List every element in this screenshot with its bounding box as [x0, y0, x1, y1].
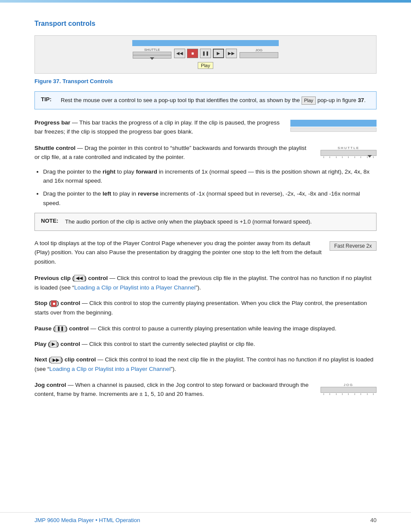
tick-5 — [348, 156, 349, 158]
next-clip-btn-fig[interactable]: ▶▶ — [226, 49, 237, 58]
progress-dash: — — [70, 119, 79, 126]
tick-3 — [336, 156, 336, 158]
jog-tick-1 — [324, 393, 324, 395]
shuttle-section: Shuttle control — Drag the pointer in th… — [34, 143, 377, 162]
tip-text2: pop-up in figure — [318, 97, 356, 103]
footer-title: JMP 9600 Media Player • HTML Operation — [34, 517, 140, 523]
next-heading: Next (▶▶) clip control — [34, 356, 96, 363]
shuttle-text: Shuttle control — Drag the pointer in th… — [34, 143, 312, 162]
jog-section: Jog control — When a channel is paused, … — [34, 380, 377, 399]
transport-figure: SHUTTLE ◀◀ ■ ❚❚ ▶ ▶▶ JOG — [34, 35, 377, 74]
transport-controls-row: SHUTTLE ◀◀ ■ ❚❚ ▶ ▶▶ JOG — [133, 48, 278, 59]
shuttle-label-fig: SHUTTLE — [144, 48, 160, 52]
shuttle-track-fig — [133, 52, 171, 59]
tip-content: Rest the mouse over a control to see a p… — [61, 96, 366, 105]
bullet1-direction: right — [103, 168, 115, 175]
play-para: Play (▶) control — Click this control to… — [34, 339, 377, 349]
tip-text1: Rest the mouse over a control to see a p… — [61, 97, 300, 103]
figure-caption-strong: Figure 37. Transport Controls — [34, 78, 113, 84]
bullet2-direction: left — [103, 190, 111, 197]
transport-buttons: ◀◀ ■ ❚❚ ▶ ▶▶ — [174, 49, 237, 58]
prev-clip-btn-fig[interactable]: ◀◀ — [174, 49, 185, 58]
next-clip-icon: ▶▶ — [51, 357, 61, 364]
shuttle-vis-pointer — [367, 155, 372, 158]
previous-heading: Previous clip (◀◀) control — [34, 275, 108, 281]
tick-2 — [330, 156, 330, 158]
tooltip-text: A tool tip displays at the top of the Pl… — [34, 239, 323, 267]
progress-bar-bg — [290, 120, 377, 127]
tick-4 — [342, 156, 342, 158]
jog-vis-ticks — [321, 393, 377, 395]
tooltip-section: A tool tip displays at the top of the Pl… — [34, 239, 377, 267]
progress-bar-empty — [290, 128, 377, 132]
page-content: Transport controls SHUTTLE ◀◀ ■ ❚❚ ▶ — [0, 3, 411, 432]
jog-heading: Jog control — [34, 382, 66, 388]
progress-heading: Progress bar — [34, 119, 70, 126]
jog-tick-7 — [361, 393, 361, 395]
previous-body2: ”). — [196, 284, 201, 291]
bullet2-action: reverse — [138, 190, 159, 197]
jog-visual: JOG — [321, 383, 377, 395]
jog-dash: — — [66, 382, 75, 388]
jog-vis-track — [321, 387, 377, 393]
tip-text3: . — [364, 97, 366, 103]
shuttle-vis-label: SHUTTLE — [321, 146, 377, 150]
play-btn-fig[interactable]: ▶ — [213, 49, 224, 58]
page-footer: JMP 9600 Media Player • HTML Operation 4… — [0, 512, 411, 528]
play-tooltip-fig: Play — [198, 62, 213, 69]
bullet1-action: forward — [136, 168, 157, 175]
tip-box: TIP: Rest the mouse over a control to se… — [34, 91, 377, 109]
jog-tick-2 — [330, 393, 330, 395]
next-link[interactable]: Loading a Clip or Playlist into a Player… — [50, 366, 171, 372]
tip-label: TIP: — [41, 96, 56, 105]
jog-track-fig — [240, 52, 278, 58]
note-content: The audio portion of the clip is active … — [65, 218, 312, 226]
tick-9 — [373, 156, 374, 158]
progress-text: Progress bar — This bar tracks the progr… — [34, 118, 282, 137]
figure-caption: Figure 37. Transport Controls — [34, 78, 377, 84]
jog-vis-label: JOG — [321, 383, 377, 387]
shuttle-heading: Shuttle control — [34, 145, 75, 151]
jog-label-fig: JOG — [255, 48, 262, 52]
jog-tick-3 — [336, 393, 336, 395]
stop-btn-fig[interactable]: ■ — [187, 49, 198, 58]
play-body: — Click this control to start the curren… — [80, 341, 255, 347]
tip-play-inline: Play — [302, 96, 316, 105]
pause-btn-fig[interactable]: ❚❚ — [200, 49, 211, 58]
bullet1-middle: to play — [115, 168, 136, 175]
progress-bar-visual — [290, 120, 377, 132]
tick-7 — [361, 156, 361, 158]
jog-tick-8 — [367, 393, 367, 395]
next-body2: ”). — [171, 366, 176, 372]
shuttle-dash: — — [75, 145, 84, 151]
stop-para: Stop (■) control — Click this control to… — [34, 299, 377, 318]
bullet-item-2: Drag the pointer to the left to play in … — [43, 189, 377, 208]
jog-tick-4 — [342, 393, 342, 395]
jog-tick-6 — [355, 393, 355, 395]
tip-figure-ref: 37 — [358, 97, 364, 103]
stop-body: — Click this control to stop the current… — [34, 300, 367, 316]
play-heading: Play (▶) control — [34, 341, 80, 347]
progress-section: Progress bar — This bar tracks the progr… — [34, 118, 377, 137]
previous-link[interactable]: Loading a Clip or Playlist into a Player… — [74, 284, 195, 291]
shuttle-vis-track — [321, 150, 377, 156]
progress-bar-figure — [132, 40, 279, 46]
jog-body: When a channel is paused, click in the J… — [34, 382, 308, 398]
jog-text: Jog control — When a channel is paused, … — [34, 380, 312, 399]
jog-tick-9 — [373, 393, 374, 395]
bullet-list: Drag the pointer to the right to play fo… — [43, 167, 377, 208]
pause-icon: ❚❚ — [55, 325, 65, 332]
jog-tick-5 — [348, 393, 349, 395]
tick-1 — [324, 156, 324, 158]
next-para: Next (▶▶) clip control — Click this cont… — [34, 355, 377, 374]
pause-heading: Pause (❚❚) control — [34, 325, 89, 332]
bullet2-prefix: Drag the pointer to the — [43, 190, 103, 197]
bullet1-prefix: Drag the pointer to the — [43, 168, 103, 175]
fast-reverse-badge: Fast Reverse 2x — [330, 241, 377, 251]
footer-page: 40 — [371, 517, 377, 523]
stop-heading: Stop (■) control — [34, 300, 80, 306]
bullet-item-1: Drag the pointer to the right to play fo… — [43, 167, 377, 186]
note-label: NOTE: — [41, 218, 61, 226]
shuttle-visual: SHUTTLE — [321, 146, 377, 158]
play-icon: ▶ — [50, 341, 57, 348]
